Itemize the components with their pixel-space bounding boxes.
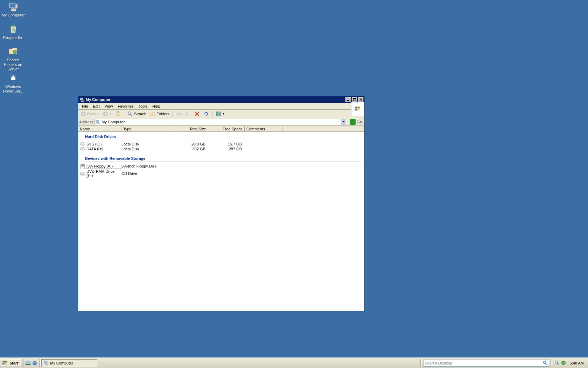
column-name[interactable]: Name xyxy=(78,126,121,131)
views-button[interactable]: ▼ xyxy=(214,110,226,117)
cd-drive-icon xyxy=(80,171,85,176)
dropdown-icon: ▼ xyxy=(97,113,99,115)
menubar: File Edit View Favorites Tools Help xyxy=(78,103,364,110)
svg-rect-27 xyxy=(81,167,84,169)
clock[interactable]: 5:48 AM xyxy=(568,361,586,365)
undo-icon xyxy=(203,111,209,117)
drive-type: CD Drive xyxy=(121,171,172,176)
menu-favorites[interactable]: Favorites xyxy=(115,103,136,109)
up-button[interactable] xyxy=(114,110,122,117)
maximize-button[interactable] xyxy=(352,97,357,102)
menu-view[interactable]: View xyxy=(102,103,115,109)
content-area: Hard Disk Drives SYS (C:) Local Disk 20.… xyxy=(78,132,364,311)
recycle-bin-icon xyxy=(8,23,19,34)
search-desktop-input[interactable] xyxy=(424,360,542,366)
back-icon xyxy=(80,111,86,117)
drive-row[interactable]: 3½ Floppy (A:) 3½-Inch Floppy Disk xyxy=(78,163,364,169)
separator xyxy=(173,111,173,117)
undo-button[interactable] xyxy=(202,110,210,117)
svg-rect-4 xyxy=(11,26,15,27)
svg-point-37 xyxy=(555,361,557,363)
address-field[interactable]: My Computer ▼ xyxy=(94,119,347,125)
drive-row[interactable]: SYS (C:) Local Disk 20.0 GB 15.7 GB xyxy=(78,142,364,146)
taskbar: Start My Computer 5:48 AM xyxy=(0,357,588,368)
svg-point-36 xyxy=(543,361,546,363)
show-desktop-icon[interactable] xyxy=(25,360,31,366)
svg-point-30 xyxy=(82,173,83,173)
svg-rect-9 xyxy=(347,100,349,101)
group-header-removable: Devices with Removable Storage xyxy=(82,154,361,162)
search-label: Search xyxy=(134,112,146,116)
minimize-button[interactable] xyxy=(345,97,351,102)
separator xyxy=(420,359,422,367)
search-icon[interactable] xyxy=(542,361,549,366)
drive-type: 3½-Inch Floppy Disk xyxy=(121,164,172,168)
menu-tools[interactable]: Tools xyxy=(136,103,150,109)
tray-search-icon[interactable] xyxy=(554,360,560,366)
address-label: Address xyxy=(79,120,93,124)
move-to-button[interactable] xyxy=(175,110,183,117)
drive-name: DATA (D:) xyxy=(86,147,121,151)
back-button[interactable]: Back ▼ xyxy=(79,110,100,117)
column-spacer[interactable] xyxy=(282,126,364,131)
desktop-icon-shared-folders[interactable]: Shared Folders on Server xyxy=(0,46,26,72)
forward-button[interactable]: ▼ xyxy=(101,110,113,117)
svg-point-33 xyxy=(33,361,37,365)
taskbar-item-my-computer[interactable]: My Computer xyxy=(41,359,97,367)
drive-size: 352 GB xyxy=(172,147,208,151)
dropdown-icon: ▼ xyxy=(222,113,225,115)
go-button[interactable]: → Go xyxy=(349,119,363,125)
address-bar: Address My Computer ▼ → Go xyxy=(78,118,364,126)
drive-row[interactable]: DATA (D:) Local Disk 352 GB 287 GB xyxy=(78,146,364,151)
tray-status-icon[interactable] xyxy=(561,360,567,366)
hard-disk-icon xyxy=(80,147,85,151)
svg-rect-34 xyxy=(44,361,47,364)
svg-rect-17 xyxy=(216,114,218,116)
separator xyxy=(212,111,212,117)
address-value: My Computer xyxy=(102,120,125,124)
column-type[interactable]: Type xyxy=(121,126,172,131)
drive-type: Local Disk xyxy=(121,142,172,146)
folders-button[interactable]: Folders xyxy=(148,110,171,117)
column-free-space[interactable]: Free Space xyxy=(208,126,245,131)
column-total-size[interactable]: Total Size xyxy=(172,126,208,131)
search-desktop[interactable] xyxy=(423,360,549,367)
go-label: Go xyxy=(357,120,362,124)
group-header-hard-disk: Hard Disk Drives xyxy=(82,132,361,140)
taskbar-item-label: My Computer xyxy=(50,361,73,365)
system-tray: 5:48 AM xyxy=(552,359,588,367)
folder-up-icon xyxy=(115,111,121,117)
column-comments[interactable]: Comments xyxy=(245,126,282,131)
address-dropdown-icon[interactable]: ▼ xyxy=(341,119,346,125)
delete-button[interactable] xyxy=(193,110,201,117)
copy-to-icon xyxy=(185,111,191,117)
drive-row[interactable]: DVD-RAM Drive (H:) CD Drive xyxy=(78,169,364,178)
separator xyxy=(39,359,41,367)
start-label: Start xyxy=(9,361,18,365)
svg-point-24 xyxy=(80,147,85,150)
copy-to-button[interactable] xyxy=(184,110,192,117)
menu-help[interactable]: Help xyxy=(150,103,163,109)
titlebar[interactable]: My Computer xyxy=(78,96,364,103)
svg-rect-16 xyxy=(219,112,220,114)
close-button[interactable] xyxy=(358,97,364,102)
start-button[interactable]: Start xyxy=(1,359,21,367)
desktop-icon-label: My Computer xyxy=(0,13,26,18)
windows-logo-icon xyxy=(351,102,364,116)
menu-edit[interactable]: Edit xyxy=(91,103,102,109)
computer-icon xyxy=(8,1,19,12)
drive-free: 15.7 GB xyxy=(208,142,245,146)
desktop-icon-my-computer[interactable]: My Computer xyxy=(0,1,26,18)
computer-icon xyxy=(44,361,49,366)
svg-rect-18 xyxy=(219,114,220,116)
svg-rect-20 xyxy=(97,123,100,124)
quick-launch xyxy=(23,359,39,367)
desktop-icon-windows-home-server[interactable]: Windows Home Ser... xyxy=(0,72,26,94)
ie-icon[interactable] xyxy=(32,360,37,366)
desktop-icon-recycle-bin[interactable]: Recycle Bin xyxy=(0,23,26,40)
window-icon xyxy=(80,97,85,102)
drive-name: 3½ Floppy (A:) xyxy=(86,164,121,169)
menu-file[interactable]: File xyxy=(79,103,91,109)
search-button[interactable]: Search xyxy=(126,110,148,117)
delete-icon xyxy=(194,111,200,117)
